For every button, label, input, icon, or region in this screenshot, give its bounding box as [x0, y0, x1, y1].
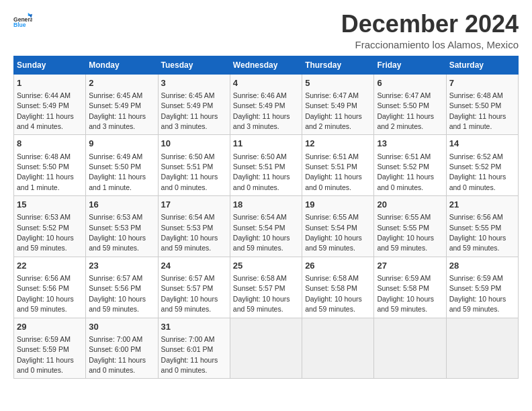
- day-number: 28: [449, 260, 515, 272]
- cell-content: Sunrise: 6:59 AMSunset: 5:59 PMDaylight:…: [449, 274, 506, 313]
- table-row: 9 Sunrise: 6:49 AMSunset: 5:50 PMDayligh…: [86, 135, 158, 196]
- cell-content: Sunrise: 6:51 AMSunset: 5:52 PMDaylight:…: [377, 152, 434, 191]
- table-row: 22 Sunrise: 6:56 AMSunset: 5:56 PMDaylig…: [14, 257, 86, 318]
- day-number: 8: [17, 138, 83, 150]
- day-number: 16: [89, 199, 154, 211]
- day-number: 23: [89, 260, 154, 272]
- col-wednesday: Wednesday: [230, 56, 302, 74]
- cell-content: Sunrise: 6:56 AMSunset: 5:55 PMDaylight:…: [449, 213, 506, 252]
- table-row: 7 Sunrise: 6:48 AMSunset: 5:50 PMDayligh…: [446, 74, 518, 135]
- cell-content: Sunrise: 6:47 AMSunset: 5:50 PMDaylight:…: [377, 91, 434, 130]
- table-row: 12 Sunrise: 6:51 AMSunset: 5:51 PMDaylig…: [302, 135, 374, 196]
- title-area: December 2024 Fraccionamiento los Alamos…: [341, 11, 519, 50]
- location-title: Fraccionamiento los Alamos, Mexico: [341, 39, 519, 50]
- col-saturday: Saturday: [446, 56, 518, 74]
- day-number: 24: [161, 260, 227, 272]
- table-row: 24 Sunrise: 6:57 AMSunset: 5:57 PMDaylig…: [158, 257, 230, 318]
- table-row: 13 Sunrise: 6:51 AMSunset: 5:52 PMDaylig…: [374, 135, 446, 196]
- day-number: 26: [305, 260, 371, 272]
- table-row: 14 Sunrise: 6:52 AMSunset: 5:52 PMDaylig…: [446, 135, 518, 196]
- day-number: 22: [17, 260, 83, 272]
- cell-content: Sunrise: 6:56 AMSunset: 5:56 PMDaylight:…: [17, 274, 74, 313]
- day-number: 30: [89, 321, 154, 333]
- table-row: 1 Sunrise: 6:44 AMSunset: 5:49 PMDayligh…: [14, 74, 86, 135]
- logo: General Blue: [13, 11, 32, 30]
- table-row: 21 Sunrise: 6:56 AMSunset: 5:55 PMDaylig…: [446, 196, 518, 257]
- day-number: 11: [233, 138, 299, 150]
- cell-content: Sunrise: 6:44 AMSunset: 5:49 PMDaylight:…: [17, 91, 74, 130]
- cell-content: Sunrise: 6:45 AMSunset: 5:49 PMDaylight:…: [161, 91, 218, 130]
- cell-content: Sunrise: 7:00 AMSunset: 6:00 PMDaylight:…: [89, 335, 146, 374]
- day-number: 14: [449, 138, 515, 150]
- table-row: 16 Sunrise: 6:53 AMSunset: 5:53 PMDaylig…: [86, 196, 158, 257]
- table-row: 8 Sunrise: 6:48 AMSunset: 5:50 PMDayligh…: [14, 135, 86, 196]
- cell-content: Sunrise: 6:50 AMSunset: 5:51 PMDaylight:…: [161, 152, 218, 191]
- table-row: 6 Sunrise: 6:47 AMSunset: 5:50 PMDayligh…: [374, 74, 446, 135]
- table-row: 18 Sunrise: 6:54 AMSunset: 5:54 PMDaylig…: [230, 196, 302, 257]
- day-number: 19: [305, 199, 371, 211]
- day-number: 15: [17, 199, 83, 211]
- header-row: Sunday Monday Tuesday Wednesday Thursday…: [14, 56, 519, 74]
- cell-content: Sunrise: 6:54 AMSunset: 5:53 PMDaylight:…: [161, 213, 218, 252]
- day-number: 13: [377, 138, 443, 150]
- cell-content: Sunrise: 6:58 AMSunset: 5:58 PMDaylight:…: [305, 274, 362, 313]
- day-number: 21: [449, 199, 515, 211]
- cell-content: Sunrise: 6:53 AMSunset: 5:52 PMDaylight:…: [17, 213, 74, 252]
- cell-content: Sunrise: 6:54 AMSunset: 5:54 PMDaylight:…: [233, 213, 290, 252]
- empty-cell: [374, 318, 446, 379]
- empty-cell: [446, 318, 518, 379]
- table-row: 5 Sunrise: 6:47 AMSunset: 5:49 PMDayligh…: [302, 74, 374, 135]
- cell-content: Sunrise: 6:48 AMSunset: 5:50 PMDaylight:…: [449, 91, 506, 130]
- day-number: 18: [233, 199, 299, 211]
- calendar-week: 22 Sunrise: 6:56 AMSunset: 5:56 PMDaylig…: [14, 257, 519, 318]
- cell-content: Sunrise: 6:58 AMSunset: 5:57 PMDaylight:…: [233, 274, 290, 313]
- day-number: 7: [449, 77, 515, 89]
- calendar-week: 29 Sunrise: 6:59 AMSunset: 5:59 PMDaylig…: [14, 318, 519, 379]
- table-row: 19 Sunrise: 6:55 AMSunset: 5:54 PMDaylig…: [302, 196, 374, 257]
- cell-content: Sunrise: 6:57 AMSunset: 5:56 PMDaylight:…: [89, 274, 146, 313]
- day-number: 27: [377, 260, 443, 272]
- day-number: 10: [161, 138, 227, 150]
- day-number: 29: [17, 321, 83, 333]
- cell-content: Sunrise: 6:45 AMSunset: 5:49 PMDaylight:…: [89, 91, 146, 130]
- table-row: 4 Sunrise: 6:46 AMSunset: 5:49 PMDayligh…: [230, 74, 302, 135]
- cell-content: Sunrise: 6:47 AMSunset: 5:49 PMDaylight:…: [305, 91, 362, 130]
- cell-content: Sunrise: 6:51 AMSunset: 5:51 PMDaylight:…: [305, 152, 362, 191]
- table-row: 30 Sunrise: 7:00 AMSunset: 6:00 PMDaylig…: [86, 318, 158, 379]
- day-number: 31: [161, 321, 227, 333]
- col-friday: Friday: [374, 56, 446, 74]
- day-number: 2: [89, 77, 154, 89]
- col-tuesday: Tuesday: [158, 56, 230, 74]
- cell-content: Sunrise: 6:53 AMSunset: 5:53 PMDaylight:…: [89, 213, 146, 252]
- table-row: 15 Sunrise: 6:53 AMSunset: 5:52 PMDaylig…: [14, 196, 86, 257]
- table-row: 10 Sunrise: 6:50 AMSunset: 5:51 PMDaylig…: [158, 135, 230, 196]
- table-row: 2 Sunrise: 6:45 AMSunset: 5:49 PMDayligh…: [86, 74, 158, 135]
- table-row: 29 Sunrise: 6:59 AMSunset: 5:59 PMDaylig…: [14, 318, 86, 379]
- table-row: 17 Sunrise: 6:54 AMSunset: 5:53 PMDaylig…: [158, 196, 230, 257]
- day-number: 20: [377, 199, 443, 211]
- cell-content: Sunrise: 7:00 AMSunset: 6:01 PMDaylight:…: [161, 335, 218, 374]
- empty-cell: [230, 318, 302, 379]
- col-thursday: Thursday: [302, 56, 374, 74]
- table-row: 20 Sunrise: 6:55 AMSunset: 5:55 PMDaylig…: [374, 196, 446, 257]
- calendar-week: 1 Sunrise: 6:44 AMSunset: 5:49 PMDayligh…: [14, 74, 519, 135]
- cell-content: Sunrise: 6:55 AMSunset: 5:54 PMDaylight:…: [305, 213, 362, 252]
- table-row: 25 Sunrise: 6:58 AMSunset: 5:57 PMDaylig…: [230, 257, 302, 318]
- logo-icon: General Blue: [13, 11, 32, 30]
- cell-content: Sunrise: 6:57 AMSunset: 5:57 PMDaylight:…: [161, 274, 218, 313]
- col-monday: Monday: [86, 56, 158, 74]
- table-row: 31 Sunrise: 7:00 AMSunset: 6:01 PMDaylig…: [158, 318, 230, 379]
- empty-cell: [302, 318, 374, 379]
- col-sunday: Sunday: [14, 56, 86, 74]
- day-number: 1: [17, 77, 83, 89]
- day-number: 6: [377, 77, 443, 89]
- day-number: 17: [161, 199, 227, 211]
- calendar-week: 8 Sunrise: 6:48 AMSunset: 5:50 PMDayligh…: [14, 135, 519, 196]
- day-number: 25: [233, 260, 299, 272]
- table-row: 11 Sunrise: 6:50 AMSunset: 5:51 PMDaylig…: [230, 135, 302, 196]
- day-number: 12: [305, 138, 371, 150]
- cell-content: Sunrise: 6:46 AMSunset: 5:49 PMDaylight:…: [233, 91, 290, 130]
- table-row: 28 Sunrise: 6:59 AMSunset: 5:59 PMDaylig…: [446, 257, 518, 318]
- svg-text:Blue: Blue: [13, 21, 26, 28]
- cell-content: Sunrise: 6:52 AMSunset: 5:52 PMDaylight:…: [449, 152, 506, 191]
